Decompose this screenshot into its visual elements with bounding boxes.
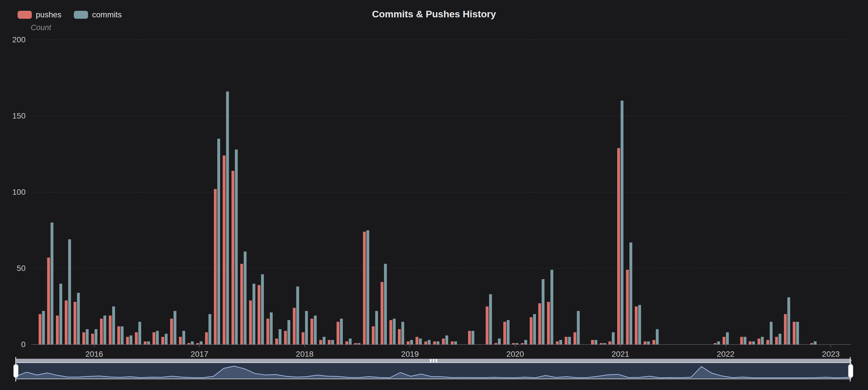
bar-commits-2016-10	[174, 311, 176, 344]
bar-commits-2018-10	[384, 264, 387, 344]
bar-pushes-2017-07	[249, 300, 252, 344]
bar-pushes-2016-05	[126, 337, 129, 344]
bar-commits-2017-08	[261, 274, 264, 344]
bar-pushes-2016-06	[135, 332, 138, 344]
bar-commits-2021-05	[656, 329, 659, 344]
bar-commits-2016-07	[147, 341, 150, 344]
bar-commits-2017-09	[270, 312, 273, 344]
bar-pushes-2020-03	[530, 317, 532, 344]
bar-commits-2020-08	[577, 311, 580, 344]
bar-commits-2022-09	[796, 322, 799, 344]
bar-commits-2021-12	[717, 341, 720, 344]
bar-pushes-2016-02	[100, 319, 103, 344]
bar-commits-2015-07	[42, 311, 45, 344]
bar-commits-2020-01	[516, 343, 518, 344]
bar-pushes-2022-08	[784, 314, 787, 344]
bar-pushes-2017-01	[196, 343, 199, 344]
datazoom-move-handle[interactable]	[16, 359, 851, 362]
bar-pushes-2017-04	[223, 155, 225, 344]
x-year-label-2017: 2017	[182, 350, 216, 359]
bar-pushes-2020-07	[565, 337, 567, 344]
bar-commits-2018-11	[393, 319, 396, 344]
bar-commits-2015-11	[77, 293, 80, 344]
bar-commits-2019-11	[498, 338, 501, 344]
bar-pushes-2019-03	[424, 341, 427, 344]
datazoom-mini-chart	[16, 363, 851, 379]
bar-commits-2020-10	[594, 340, 597, 344]
commits-pushes-chart: pushes commits Commits & Pushes History …	[0, 0, 868, 390]
x-axis-tick	[305, 344, 305, 348]
bar-commits-2021-01	[621, 101, 623, 344]
bar-commits-2016-12	[191, 341, 194, 344]
bar-pushes-2018-11	[390, 320, 392, 344]
bar-pushes-2018-05	[337, 322, 339, 344]
bar-pushes-2022-05	[757, 338, 761, 344]
bar-pushes-2018-06	[345, 341, 348, 344]
bar-pushes-2018-08	[363, 232, 366, 344]
bar-commits-2021-02	[629, 242, 632, 344]
bar-pushes-2017-08	[258, 285, 260, 344]
bar-pushes-2019-10	[486, 306, 489, 344]
chart-title: Commits & Pushes History	[0, 8, 868, 20]
bar-pushes-2018-09	[372, 326, 375, 344]
bar-pushes-2016-03	[109, 316, 112, 344]
bar-commits-2017-12	[296, 287, 299, 344]
datazoom-right-handle[interactable]	[848, 364, 853, 378]
bar-pushes-2022-06	[766, 340, 769, 344]
x-year-label-2020: 2020	[498, 350, 532, 359]
bar-commits-2019-01	[410, 340, 413, 344]
bar-commits-2018-02	[314, 316, 317, 344]
bar-pushes-2022-03	[740, 337, 743, 344]
x-axis-tick	[725, 344, 726, 348]
bar-commits-2022-04	[752, 341, 755, 344]
datazoom-grip-icon[interactable]	[430, 359, 437, 362]
x-axis-tick	[94, 344, 95, 348]
bar-commits-2020-07	[568, 337, 571, 344]
bar-commits-2015-12	[86, 329, 89, 344]
bar-commits-2017-02	[209, 314, 211, 344]
bar-pushes-2019-02	[415, 337, 418, 344]
bar-pushes-2021-04	[644, 341, 647, 344]
bar-commits-2020-12	[612, 332, 615, 344]
bar-commits-2017-04	[226, 92, 229, 344]
bar-commits-2018-07	[358, 343, 361, 344]
bar-pushes-2019-08	[468, 331, 471, 344]
bar-pushes-2020-06	[556, 341, 559, 344]
bar-pushes-2021-02	[626, 270, 629, 344]
bar-pushes-2016-10	[170, 319, 173, 344]
datazoom-slider[interactable]	[16, 359, 851, 382]
bar-commits-2020-02	[524, 340, 527, 344]
bar-commits-2022-11	[814, 341, 816, 344]
bar-pushes-2017-10	[275, 338, 278, 344]
bar-pushes-2015-10	[65, 300, 68, 344]
x-year-label-2023: 2023	[814, 350, 848, 359]
bar-pushes-2016-07	[144, 341, 147, 344]
bar-pushes-2022-07	[775, 337, 778, 344]
y-tick-label: 0	[3, 340, 26, 349]
datazoom-track[interactable]	[16, 362, 851, 379]
bar-pushes-2016-11	[179, 337, 182, 344]
bar-commits-2022-08	[787, 297, 790, 344]
bar-pushes-2020-10	[591, 340, 594, 344]
bar-pushes-2021-03	[635, 306, 638, 344]
bar-commits-2016-08	[156, 331, 159, 344]
bar-pushes-2020-05	[547, 302, 550, 344]
bar-pushes-2020-04	[538, 303, 541, 344]
gridline	[31, 192, 851, 192]
y-tick-label: 100	[3, 188, 26, 197]
bar-pushes-2017-06	[240, 264, 243, 344]
bar-pushes-2015-09	[56, 316, 59, 344]
bar-pushes-2020-12	[609, 341, 611, 344]
gridline	[31, 268, 851, 269]
x-axis-tick	[410, 344, 410, 348]
bar-pushes-2018-03	[319, 340, 322, 344]
bar-pushes-2018-04	[328, 340, 331, 344]
datazoom-left-handle[interactable]	[13, 364, 19, 378]
bar-commits-2022-03	[744, 337, 746, 344]
x-axis-tick	[515, 344, 516, 348]
bar-commits-2019-08	[471, 331, 474, 344]
bar-pushes-2015-11	[73, 302, 76, 344]
bar-pushes-2019-05	[442, 338, 445, 344]
bar-commits-2016-05	[129, 335, 132, 344]
bar-commits-2022-07	[778, 334, 781, 344]
